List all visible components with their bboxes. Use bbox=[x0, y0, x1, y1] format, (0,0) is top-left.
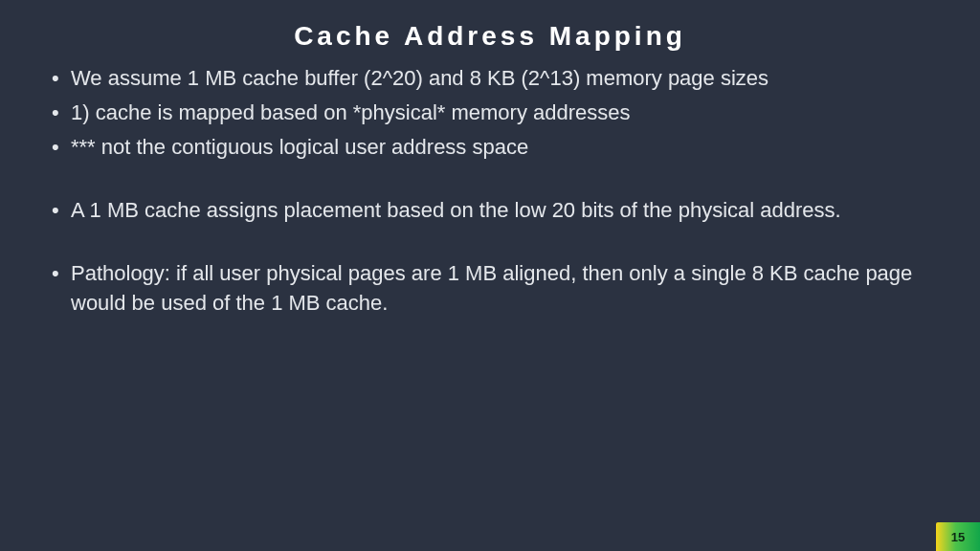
slide: Cache Address Mapping We assume 1 MB cac… bbox=[0, 0, 980, 551]
bullet-item: Pathology: if all user physical pages ar… bbox=[46, 258, 934, 320]
bullet-item: *** not the contiguous logical user addr… bbox=[46, 132, 934, 163]
blank-line bbox=[46, 230, 934, 258]
slide-title: Cache Address Mapping bbox=[0, 0, 980, 63]
blank-line bbox=[46, 166, 934, 195]
bullet-item: 1) cache is mapped based on *physical* m… bbox=[46, 98, 934, 128]
slide-body: We assume 1 MB cache buffer (2^20) and 8… bbox=[0, 63, 980, 319]
bullet-list: Pathology: if all user physical pages ar… bbox=[46, 258, 934, 320]
page-number-badge: 15 bbox=[936, 522, 980, 551]
bullet-list: A 1 MB cache assigns placement based on … bbox=[46, 195, 934, 226]
bullet-list: We assume 1 MB cache buffer (2^20) and 8… bbox=[46, 63, 934, 163]
bullet-item: A 1 MB cache assigns placement based on … bbox=[46, 195, 934, 226]
bullet-item: We assume 1 MB cache buffer (2^20) and 8… bbox=[46, 63, 934, 94]
